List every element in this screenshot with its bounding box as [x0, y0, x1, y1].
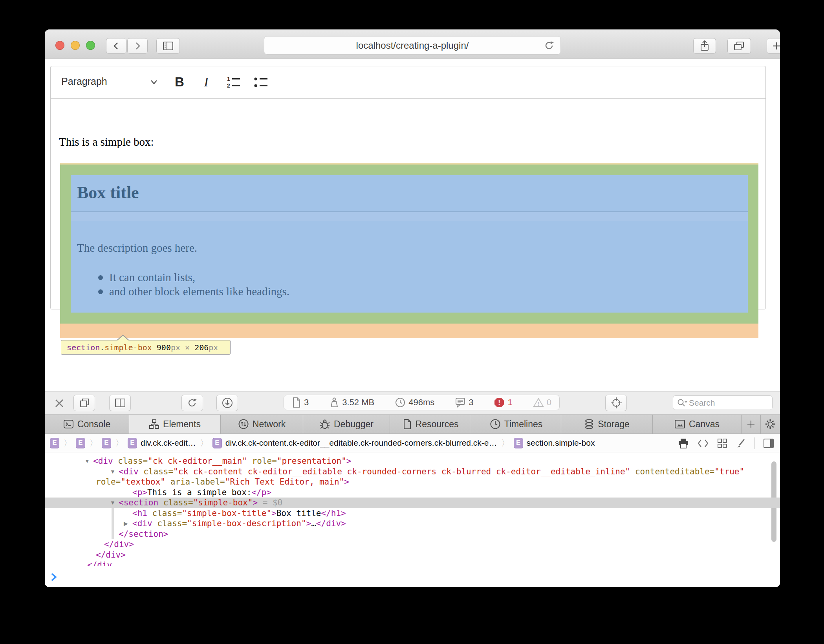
paint-flashing-icon[interactable]	[736, 438, 747, 449]
browser-toolbar: localhost/creating-a-plugin/	[45, 29, 780, 59]
dock-detach-button[interactable]	[73, 395, 95, 411]
tab-network[interactable]: Network	[221, 415, 303, 434]
back-button[interactable]	[106, 38, 126, 54]
reload-page-button[interactable]	[181, 395, 203, 411]
tab-label: Canvas	[689, 419, 720, 430]
add-tab-button[interactable]	[742, 415, 761, 434]
settings-gear-icon[interactable]	[761, 415, 780, 434]
sidebar-toggle-button[interactable]	[156, 38, 180, 54]
dom-row[interactable]: ▼<div class="ck ck-editor__main" role="p…	[45, 456, 780, 467]
highlight-content-title	[71, 175, 748, 211]
minimize-window-button[interactable]	[71, 41, 80, 50]
dom-row[interactable]: </div	[45, 560, 780, 566]
numbered-list-button[interactable]: 12	[223, 71, 245, 93]
forward-button[interactable]	[127, 38, 148, 54]
search-input[interactable]	[688, 398, 756, 408]
safari-window: localhost/creating-a-plugin/ Paragraph B…	[45, 29, 780, 587]
url-field[interactable]: localhost/creating-a-plugin/	[264, 36, 561, 55]
share-button[interactable]	[693, 38, 716, 54]
breadcrumb-item[interactable]: section.simple-box	[527, 438, 595, 448]
chevron-right-icon: 〉	[64, 438, 71, 448]
dom-row[interactable]: </div>	[45, 539, 780, 550]
warning-count[interactable]: ! 0	[533, 397, 551, 408]
dom-tree: ▼<div class="ck ck-editor__main" role="p…	[45, 452, 780, 566]
list-item: It can contain lists,	[109, 271, 195, 284]
zoom-window-button[interactable]	[86, 41, 95, 50]
element-badge[interactable]: E	[514, 438, 523, 448]
chevron-right-icon: 〉	[90, 438, 97, 448]
warning-triangle-icon: !	[533, 397, 544, 408]
download-button[interactable]	[216, 395, 238, 411]
debugger-icon	[319, 419, 330, 430]
tab-timelines[interactable]: Timelines	[471, 415, 561, 434]
dom-row[interactable]: ▶<div class="simple-box-description">…</…	[45, 518, 780, 529]
disclosure-closed-icon[interactable]: ▶	[124, 520, 128, 527]
console-prompt[interactable]	[45, 566, 780, 587]
dom-row-source: <section class="simple-box"> = $0	[119, 498, 282, 507]
timelines-icon	[490, 419, 501, 430]
tabs-icon	[733, 40, 745, 51]
disclosure-open-icon[interactable]: ▼	[84, 458, 90, 464]
chevron-right-icon: 〉	[502, 438, 509, 448]
show-source-icon[interactable]	[697, 438, 709, 449]
svg-text:2: 2	[227, 82, 230, 89]
console-prompt-icon	[50, 573, 59, 582]
breadcrumb: E〉E〉E〉Ediv.ck.ck-edit…〉Ediv.ck.ck-conten…	[45, 434, 780, 452]
new-tab-button[interactable]	[767, 38, 780, 54]
dom-row[interactable]: <p>This is a simple box:</p>	[45, 487, 780, 498]
tab-console[interactable]: Console	[45, 415, 129, 434]
detach-icon	[79, 397, 90, 408]
chevron-down-icon[interactable]	[148, 77, 160, 87]
reload-icon	[187, 397, 198, 408]
paragraph-dropdown[interactable]: Paragraph	[61, 76, 107, 87]
console-message-count[interactable]: 3	[455, 397, 473, 408]
dom-row-source: role="textbox" aria-label="Rich Text Edi…	[96, 477, 349, 487]
tab-debugger[interactable]: Debugger	[303, 415, 390, 434]
disclosure-open-icon[interactable]: ▼	[110, 468, 115, 475]
element-badge[interactable]: E	[102, 438, 111, 448]
dock-side-button[interactable]	[109, 395, 131, 411]
list-item: and other block elements like headings.	[109, 285, 289, 298]
dom-row[interactable]: role="textbox" aria-label="Rich Text Edi…	[45, 477, 780, 487]
details-sidebar-icon[interactable]	[763, 438, 775, 449]
dom-row[interactable]: </section>	[45, 529, 780, 540]
grid-overlay-icon[interactable]	[717, 438, 728, 449]
resource-count: 3	[292, 397, 309, 408]
italic-button[interactable]: I	[195, 71, 217, 93]
chevron-right-icon: 〉	[200, 438, 208, 448]
clock-icon	[395, 397, 406, 408]
separator	[754, 437, 755, 449]
tab-canvas[interactable]: Canvas	[653, 415, 742, 434]
disclosure-open-icon[interactable]: ▼	[110, 499, 115, 506]
tab-label: Console	[77, 419, 110, 430]
close-window-button[interactable]	[55, 41, 64, 50]
dom-row[interactable]: ▼<div class="ck ck-content ck-editor__ed…	[45, 467, 780, 477]
inspector-tab-bar: ConsoleElementsNetworkDebuggerResourcesT…	[45, 415, 780, 434]
element-selection-button[interactable]	[605, 395, 627, 411]
element-badge[interactable]: E	[50, 438, 59, 448]
element-badge[interactable]: E	[212, 438, 222, 448]
reload-icon[interactable]	[544, 40, 555, 51]
chevron-left-icon	[111, 41, 121, 51]
tab-resources[interactable]: Resources	[390, 415, 471, 434]
print-styles-icon[interactable]	[678, 438, 689, 449]
tab-storage[interactable]: Storage	[561, 415, 653, 434]
inspector-search[interactable]	[673, 395, 773, 410]
breadcrumb-item[interactable]: div.ck.ck-edit…	[141, 438, 196, 448]
intro-paragraph: This is a simple box:	[59, 135, 154, 148]
dom-row-source: </div>	[96, 550, 126, 560]
element-badge[interactable]: E	[128, 438, 137, 448]
dom-row[interactable]: </div>	[45, 550, 780, 560]
bulleted-list-button[interactable]	[250, 71, 272, 93]
dom-row-selected[interactable]: ▼<section class="simple-box"> = $0	[45, 498, 780, 508]
close-inspector-button[interactable]	[53, 397, 65, 409]
error-count[interactable]: ! 1	[494, 397, 512, 408]
tab-overview-button[interactable]	[727, 38, 751, 54]
breadcrumb-item[interactable]: div.ck.ck-content.ck-editor__editable.ck…	[225, 438, 497, 448]
dom-row[interactable]: <h1 class="simple-box-title">Box title</…	[45, 508, 780, 519]
tab-elements[interactable]: Elements	[129, 415, 221, 434]
tab-label: Elements	[163, 419, 201, 430]
bold-button[interactable]: B	[168, 71, 190, 93]
highlight-content-description	[71, 221, 748, 313]
element-badge[interactable]: E	[76, 438, 85, 448]
